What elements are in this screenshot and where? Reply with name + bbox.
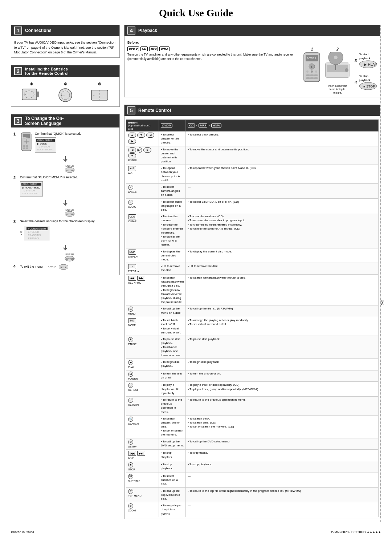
svg-point-17 — [26, 143, 27, 144]
screen-mock-1: QUICK SETUP ▶ QUICK TV SYSTEM DOLBY DIGI… — [35, 137, 56, 153]
footer-right: 1VMN20873 / E61T0UD ★★★★★ — [330, 530, 381, 534]
lang-step-2-text: Confirm that "PLAYER MENU" is selected. — [20, 175, 78, 180]
enter-btn-icon-2: ENTER — [65, 211, 75, 217]
playback-step-3-label: To startplayback — [359, 52, 377, 60]
svg-point-14 — [24, 141, 25, 142]
screen-lang-steps: 1 — [11, 130, 119, 275]
wma-badge: WMA — [159, 46, 170, 51]
arrow-down-1: ENTER ENTER — [13, 155, 117, 175]
remote-control-svg: POWER ▲ — [302, 52, 322, 83]
btn-cell: ◀ EN ▶ ▼ ENTER — [126, 146, 159, 165]
dvd-cell: • To move the cursor and determine its p… — [159, 146, 186, 165]
btn-cell: MD MODE — [126, 317, 159, 336]
setup-btn-icon: SETUP — [58, 264, 69, 270]
subtitle-label: SUBTITLE — [128, 479, 157, 483]
dvd-cell: • Hit to remove the disc. — [159, 263, 186, 275]
svg-rect-18 — [23, 145, 25, 147]
power-label: POWER — [128, 377, 157, 381]
btn-top-menu: ⊤ — [128, 489, 133, 494]
cd-cell: • To turn the unit on or off. — [186, 370, 379, 382]
stop-label: STOP — [128, 468, 157, 471]
table-row: MD MODE • To set black level on/off.• To… — [126, 317, 379, 336]
lang-step-4-text: To exit the menu. — [20, 265, 44, 269]
enter-btn-icon-3: ENTER — [65, 256, 75, 262]
playback-step-1-num: 1 — [311, 46, 313, 52]
btn-cell: ♪ AUDIO — [126, 198, 159, 213]
table-row: |◀◀ ▶▶| SKIP • To skip chapters. • To sk… — [126, 450, 379, 461]
svg-text:POWER: POWER — [21, 137, 28, 139]
svg-rect-46 — [327, 65, 348, 72]
section-1-header: 1 Connections — [11, 25, 119, 36]
dvd-cell: • To select camera angles on a disc. — [159, 184, 186, 199]
btn-cell: ⊤ TOP MENU — [126, 487, 159, 502]
lang-step-4: 4 To exit the menu. SETUP SETUP — [13, 264, 117, 270]
section-1-connections: 1 Connections If your TV has AUDIO/VIDEO… — [11, 25, 120, 58]
footer-left: Printed in China — [11, 530, 34, 534]
table-row: ▲ ▼ ◀ ▶ • To select chapter or title dir… — [126, 131, 379, 146]
btn-cell: CLR CLEAR — [126, 213, 159, 248]
pause-label: PAUSE — [128, 343, 157, 346]
zoom-label: ZOOM — [128, 509, 157, 513]
btn-fwd: ▶▶ — [137, 276, 145, 281]
section-5-header: 5 Remote Control — [124, 105, 380, 116]
svg-rect-41 — [314, 74, 318, 76]
table-row: ▲ EJECT ▲ • Hit to remove the disc. • Hi… — [126, 263, 379, 275]
return-label: RETURN — [128, 403, 157, 407]
dvd-cell: • To turn the unit on or off. — [159, 370, 186, 382]
cd-cell: • To search track.• To search time. (CD)… — [186, 415, 379, 438]
screen-mock-2: QUICK SETUP ▶ PLAYER MENU TV SYSTEM DOLB… — [20, 181, 43, 197]
svg-rect-40 — [310, 74, 314, 76]
dvd-cell: • To call up the DVD setup menu. — [159, 438, 186, 450]
section-1-title: Connections — [25, 28, 52, 33]
lang-step-3: 3 Select the desired language for the On… — [13, 219, 117, 241]
dvd-cell: • To repeat between your chosen point A … — [159, 165, 186, 184]
svg-text:+  -: + - — [24, 93, 28, 96]
table-row: ■ STOP • To stop playback. • To stop pla… — [126, 461, 379, 473]
table-row: ⚙ SETUP • To call up the DVD setup menu.… — [126, 438, 379, 450]
cd-cell: • Hit to remove the disc. — [186, 263, 379, 275]
lang-step-2: 2 Confirm that "PLAYER MENU" is selected… — [13, 175, 117, 197]
dvd-cell: • To search chapter, title or time.• To … — [159, 415, 186, 438]
section-2-title: Installing the Batteries for the Remote … — [25, 67, 69, 76]
dvd-cell: • To return to the previous operation in… — [159, 396, 186, 415]
cd-cell: • To move the cursor and determine its p… — [186, 146, 379, 165]
dvd-cell: • To display the current disc mode. — [159, 248, 186, 263]
battery-step-1: ① + - — [21, 82, 41, 104]
playback-illustration: 1 POWER ▲ — [302, 46, 377, 95]
section-1-number: 1 — [14, 27, 22, 35]
col-dvd-header: DVD·V — [159, 119, 186, 131]
svg-point-49 — [334, 56, 338, 59]
btn-subtitle: ST — [128, 474, 133, 479]
cd-cell: • To return to the top file of the highe… — [186, 487, 379, 502]
table-row: CLR CLEAR • To clear the markers.• To cl… — [126, 213, 379, 248]
cd-cell: • To play a track or disc repeatedly. (C… — [186, 382, 379, 397]
disc-header: CD · MP3 · WMA — [188, 123, 376, 127]
svg-point-37 — [306, 70, 309, 73]
playback-step-2-num: 2 — [336, 46, 339, 52]
skip-buttons: |◀◀ ▶▶| — [128, 451, 157, 456]
disc-type-icons: DVD·V CD MP3 WMA — [127, 46, 299, 51]
btn-down2: ▼ — [128, 153, 136, 158]
btn-cell: ☰ MENU — [126, 305, 159, 317]
dvd-cell: • To set black level on/off.• To set vir… — [159, 317, 186, 336]
arrow-icon-3 — [62, 244, 69, 251]
svg-point-36 — [311, 70, 313, 73]
svg-text:POWER: POWER — [307, 57, 316, 60]
battery-step-2-icon: + - — [56, 87, 75, 104]
section-4-title: Playback — [138, 28, 157, 33]
battery-step-2-num: ② — [64, 82, 67, 86]
battery-step-1-num: ① — [30, 82, 33, 86]
btn-cell: DSP DISPLAY — [126, 248, 159, 263]
table-row: ST SUBTITLE • To select subtitles on a d… — [126, 473, 379, 488]
svg-rect-1 — [37, 92, 39, 97]
dvd-cell: • To select subtitles on a disc. — [159, 473, 186, 488]
btn-cell: ▶ PLAY — [126, 358, 159, 370]
cd-badge: CD — [140, 46, 148, 51]
dvd-cell: • To begin disc playback. — [159, 358, 186, 370]
svg-text:ENTER: ENTER — [66, 169, 74, 171]
batteries-steps: ① + - ② — [11, 79, 119, 106]
btn-pause: ⏸ — [128, 337, 133, 342]
dvd-cell: • To select audio languages on a disc. — [159, 198, 186, 213]
dvd-cell: • To clear the markers.• To clear the nu… — [159, 213, 186, 248]
cd-cell: • To search forward/backward through a d… — [186, 275, 379, 305]
